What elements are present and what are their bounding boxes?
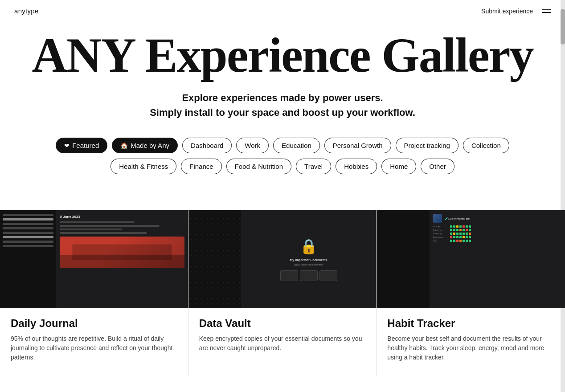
- hero-subtitle-line1: Explore experiences made by power users.: [182, 92, 383, 103]
- hero-subtitle-line2: Simply install to your space and boost u…: [150, 107, 415, 118]
- hero-section: ANY Experience Gallery Explore experienc…: [0, 22, 565, 192]
- journal-content-mock: 5 June 2023: [56, 210, 188, 308]
- habit-avatar: [433, 214, 442, 223]
- filter-tag-hobbies[interactable]: Hobbies: [336, 159, 377, 174]
- card-image-journal: 5 June 2023: [0, 210, 188, 308]
- scrollbar[interactable]: [561, 0, 565, 376]
- habit-dots: [450, 233, 471, 235]
- vault-mini-card-3: [319, 270, 337, 281]
- filter-icon-featured: ❤: [64, 142, 70, 149]
- sidebar-line: [3, 241, 53, 243]
- habit-dot: [466, 229, 468, 231]
- menu-line-1: [542, 9, 551, 10]
- sidebar-line: [3, 214, 53, 216]
- filter-label-collection: Collection: [471, 142, 501, 149]
- content-line: [60, 232, 147, 234]
- habit-dot: [459, 225, 462, 228]
- sidebar-line: [3, 236, 53, 238]
- habit-dot: [469, 225, 471, 228]
- filter-tag-made-by-any[interactable]: 🏠Made by Any: [112, 138, 178, 153]
- habit-dot: [463, 233, 465, 235]
- vault-mini-card-1: [280, 270, 298, 281]
- habit-dot: [469, 233, 471, 235]
- habit-dot: [450, 229, 452, 231]
- habit-dot: [459, 236, 462, 238]
- vault-title: Data Vault: [199, 317, 366, 330]
- filter-tag-project-tracking[interactable]: Project tracking: [396, 138, 459, 153]
- sidebar-line: [3, 223, 53, 225]
- habit-dot: [456, 225, 459, 228]
- filter-tag-dashboard[interactable]: Dashboard: [182, 138, 232, 153]
- content-line: [60, 225, 159, 227]
- habit-row-2: Coffee Free: [433, 229, 561, 231]
- filter-tag-health-fitness[interactable]: Health & Fitness: [111, 159, 176, 174]
- filter-tag-travel[interactable]: Travel: [296, 159, 331, 174]
- habit-dot: [463, 236, 465, 238]
- vault-mini-cards: [280, 270, 337, 281]
- content-line: [60, 221, 135, 223]
- habit-dot: [466, 240, 468, 242]
- menu-icon[interactable]: [542, 9, 551, 13]
- lock-icon: 🔒: [300, 238, 318, 255]
- habit-rows: No Sugar Co: [433, 225, 561, 242]
- header-right: Submit experience: [481, 8, 551, 15]
- filter-label-health-fitness: Health & Fitness: [119, 163, 168, 170]
- habit-content-mock: 🧪 Experimental Me No Sugar: [430, 210, 565, 308]
- habit-row-5: Yoga: [433, 240, 561, 242]
- card-daily-journal: 5 June 2023 Daily Journal 95% of our tho…: [0, 210, 188, 376]
- sidebar-line: [3, 218, 53, 220]
- habit-dot: [456, 233, 459, 235]
- hero-title: ANY Experience Gallery: [18, 31, 547, 80]
- card-habit-tracker: 🧪 Experimental Me No Sugar: [377, 210, 565, 376]
- vault-title-label: My Important Documents: [290, 258, 328, 261]
- filter-row-1: ❤Featured🏠Made by AnyDashboardWorkEducat…: [56, 138, 509, 153]
- header: anytype Submit experience: [0, 0, 565, 22]
- habit-dot: [463, 225, 465, 228]
- habit-desc: Become your best self and document the r…: [387, 334, 554, 362]
- journal-sidebar-mock: [0, 210, 56, 308]
- filter-tag-home[interactable]: Home: [381, 159, 416, 174]
- habit-dot: [459, 240, 462, 242]
- habit-title-label: 🧪 Experimental Me: [445, 217, 470, 220]
- vault-desc: Keep encrypted copies of your essential …: [199, 334, 366, 353]
- habit-dot: [450, 240, 452, 242]
- sidebar-line: [3, 227, 53, 229]
- habit-dots: [450, 225, 471, 228]
- filter-tag-featured[interactable]: ❤Featured: [56, 138, 107, 153]
- habit-dots: [450, 240, 471, 242]
- filters: ❤Featured🏠Made by AnyDashboardWorkEducat…: [18, 138, 547, 174]
- vault-card-content: Data Vault Keep encrypted copies of your…: [188, 317, 377, 353]
- filter-tag-finance[interactable]: Finance: [181, 159, 221, 174]
- habit-dot: [466, 233, 468, 235]
- hero-subtitle: Explore experiences made by power users.…: [127, 90, 438, 120]
- journal-photo: [60, 237, 184, 268]
- car-image: [60, 237, 184, 268]
- filter-row-2: Health & FitnessFinanceFood & NutritionT…: [111, 159, 454, 174]
- habit-dot: [469, 236, 471, 238]
- filter-tag-collection[interactable]: Collection: [463, 138, 509, 153]
- habit-dot: [456, 229, 459, 231]
- filter-label-travel: Travel: [304, 163, 323, 170]
- habit-dot: [450, 236, 452, 238]
- habit-row-label: No Sugar: [433, 225, 449, 228]
- filter-tag-personal-growth[interactable]: Personal Growth: [324, 138, 391, 153]
- habit-dot: [453, 229, 455, 231]
- habit-row-label: Yoga: [433, 240, 449, 242]
- journal-title: Daily Journal: [11, 317, 177, 330]
- card-image-vault: 🔒 My Important Documents Digital but lif…: [188, 210, 377, 308]
- sidebar-line: [3, 245, 53, 247]
- filter-tag-work[interactable]: Work: [236, 138, 269, 153]
- filter-tag-other[interactable]: Other: [421, 159, 454, 174]
- habit-dots: [450, 229, 471, 231]
- menu-line-2: [542, 12, 551, 13]
- filter-label-other: Other: [429, 163, 446, 170]
- filter-label-personal-growth: Personal Growth: [333, 142, 383, 149]
- habit-title: Habit Tracker: [387, 317, 554, 330]
- filter-tag-education[interactable]: Education: [273, 138, 320, 153]
- habit-card-content: Habit Tracker Become your best self and …: [377, 317, 565, 362]
- habit-dot: [453, 240, 455, 242]
- habit-row-4: Daily Journal: [433, 236, 561, 238]
- filter-label-dashboard: Dashboard: [191, 142, 223, 149]
- filter-tag-food-nutrition[interactable]: Food & Nutrition: [226, 159, 291, 174]
- submit-experience-button[interactable]: Submit experience: [481, 8, 533, 15]
